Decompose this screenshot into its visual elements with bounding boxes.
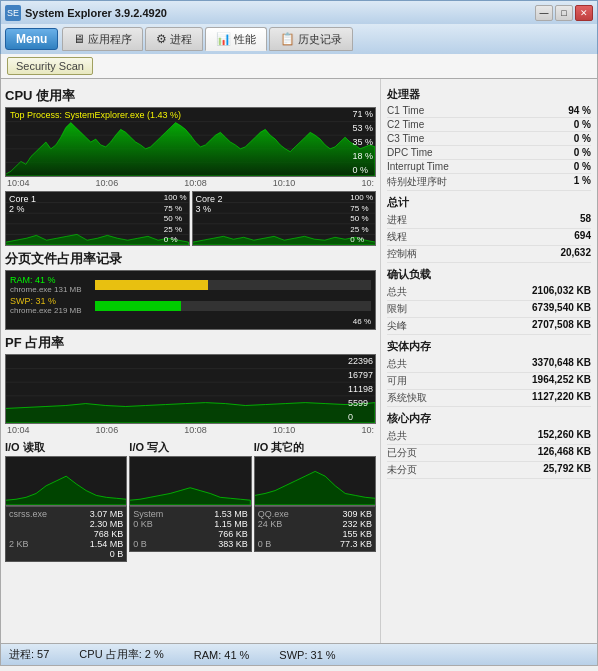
paging-percent-labels: 46 % (10, 317, 371, 326)
kernel-row-1: 已分页 126,468 KB (387, 445, 591, 462)
total-row-0: 进程 58 (387, 212, 591, 229)
io-write-info: System 1.53 MB 0 KB 1.15 MB 766 KB 0 B 3… (129, 506, 251, 552)
io-other-row1: QQ.exe 309 KB (258, 509, 372, 519)
physical-row-0: 总共 3370,648 KB (387, 356, 591, 373)
status-bar: 进程: 57 CPU 占用率: 2 % RAM: 41 % SWP: 31 % (0, 644, 598, 666)
io-read-block: I/O 读取 csrss.exe 3.07 MB 2.30 MB (5, 440, 127, 562)
total-section-title: 总计 (387, 195, 591, 210)
io-write-block: I/O 写入 System 1.53 MB 0 KB 1.15 MB (129, 440, 251, 562)
kernel-row-0: 总共 152,260 KB (387, 428, 591, 445)
io-read-row1: csrss.exe 3.07 MB (9, 509, 123, 519)
io-other-svg (255, 457, 375, 505)
io-other-row2: 24 KB 232 KB (258, 519, 372, 529)
io-read-svg (6, 457, 126, 505)
tab-history[interactable]: 📋 历史记录 (269, 27, 353, 51)
processor-section-title: 处理器 (387, 87, 591, 102)
io-other-block: I/O 其它的 QQ.exe 309 KB 24 KB 232 KB (254, 440, 376, 562)
maximize-button[interactable]: □ (555, 5, 573, 21)
title-bar: SE System Explorer 3.9.2.4920 — □ ✕ (0, 0, 598, 24)
core2-chart: Core 23 % 100 % 75 % 50 % 25 % (192, 191, 377, 246)
core-charts: Core 12 % 100 % 75 % 50 % 25 % (5, 191, 376, 246)
io-read-row5: 0 B (9, 549, 123, 559)
processor-row-1: C2 Time 0 % (387, 118, 591, 132)
processor-row-0: C1 Time 94 % (387, 104, 591, 118)
kernel-row-2: 未分页 25,792 KB (387, 462, 591, 479)
total-row-1: 线程 694 (387, 229, 591, 246)
swp-bar-row: SWP: 31 % chrome.exe 219 MB (10, 296, 371, 315)
ram-bar-track (95, 280, 371, 290)
io-write-row1: System 1.53 MB (133, 509, 247, 519)
io-other-chart (254, 456, 376, 506)
io-read-info: csrss.exe 3.07 MB 2.30 MB 768 KB 2 KB 1.… (5, 506, 127, 562)
paging-title: 分页文件占用率记录 (5, 250, 376, 268)
io-write-title: I/O 写入 (129, 440, 251, 455)
ram-bar-fill (95, 280, 208, 290)
io-write-row4: 0 B 383 KB (133, 539, 247, 549)
main-content: CPU 使用率 Top Process: SystemExplorer.exe … (0, 79, 598, 644)
apps-icon: 🖥 (73, 32, 85, 46)
minimize-button[interactable]: — (535, 5, 553, 21)
cpu-time-axis: 10:04 10:06 10:08 10:10 10: (5, 177, 376, 189)
io-read-chart (5, 456, 127, 506)
tab-process[interactable]: ⚙ 进程 (145, 27, 203, 51)
commit-section-title: 确认负载 (387, 267, 591, 282)
io-write-row3: 766 KB (133, 529, 247, 539)
status-processes: 进程: 57 (9, 647, 49, 662)
process-icon: ⚙ (156, 32, 167, 46)
pf-chart: 22396 16797 11198 5599 0 (5, 354, 376, 424)
window-controls: — □ ✕ (535, 5, 593, 21)
commit-row-0: 总共 2106,032 KB (387, 284, 591, 301)
io-read-title: I/O 读取 (5, 440, 127, 455)
cpu-section-title: CPU 使用率 (5, 87, 376, 105)
io-write-chart (129, 456, 251, 506)
ram-bar-row: RAM: 41 % chrome.exe 131 MB (10, 275, 371, 294)
security-scan-button[interactable]: Security Scan (7, 57, 93, 75)
processor-row-4: Interrupt Time 0 % (387, 160, 591, 174)
ram-label: RAM: 41 % chrome.exe 131 MB (10, 275, 95, 294)
io-read-row4: 2 KB 1.54 MB (9, 539, 123, 549)
security-scan-bar: Security Scan (0, 54, 598, 79)
pf-time-axis: 10:04 10:06 10:08 10:10 10: (5, 424, 376, 436)
swp-bar-track (95, 301, 371, 311)
cpu-chart: Top Process: SystemExplorer.exe (1.43 %)… (5, 107, 376, 177)
processor-row-3: DPC Time 0 % (387, 146, 591, 160)
menu-button[interactable]: Menu (5, 28, 58, 50)
history-icon: 📋 (280, 32, 295, 46)
tab-performance[interactable]: 📊 性能 (205, 27, 267, 51)
io-other-row4: 0 B 77.3 KB (258, 539, 372, 549)
paging-bars: RAM: 41 % chrome.exe 131 MB SWP: 31 % ch… (5, 270, 376, 330)
total-row-2: 控制柄 20,632 (387, 246, 591, 263)
processor-row-5: 特别处理序时 1 % (387, 174, 591, 191)
paging-section: 分页文件占用率记录 RAM: 41 % chrome.exe 131 MB SW (5, 250, 376, 330)
pf-title: PF 占用率 (5, 334, 376, 352)
pf-section: PF 占用率 22396 16797 11198 5599 0 (5, 334, 376, 436)
core2-percents: 100 % 75 % 50 % 25 % 0 % (350, 192, 373, 245)
pf-svg (6, 355, 375, 423)
core1-label: Core 12 % (9, 194, 36, 214)
core2-label: Core 23 % (196, 194, 223, 214)
kernel-section-title: 核心内存 (387, 411, 591, 426)
core1-chart: Core 12 % 100 % 75 % 50 % 25 % (5, 191, 190, 246)
swp-label: SWP: 31 % chrome.exe 219 MB (10, 296, 95, 315)
pf-percent-labels: 22396 16797 11198 5599 0 (348, 355, 373, 423)
commit-row-2: 尖峰 2707,508 KB (387, 318, 591, 335)
commit-row-1: 限制 6739,540 KB (387, 301, 591, 318)
cpu-chart-svg (6, 108, 375, 176)
cpu-percent-labels: 71 % 53 % 35 % 18 % 0 % (352, 108, 373, 176)
physical-section-title: 实体内存 (387, 339, 591, 354)
tab-apps[interactable]: 🖥 应用程序 (62, 27, 143, 51)
performance-icon: 📊 (216, 32, 231, 46)
physical-row-2: 系统快取 1127,220 KB (387, 390, 591, 407)
io-read-row3: 768 KB (9, 529, 123, 539)
io-other-title: I/O 其它的 (254, 440, 376, 455)
right-panel: 处理器 C1 Time 94 % C2 Time 0 % C3 Time 0 %… (381, 79, 597, 643)
io-other-row3: 155 KB (258, 529, 372, 539)
close-button[interactable]: ✕ (575, 5, 593, 21)
toolbar: Menu 🖥 应用程序 ⚙ 进程 📊 性能 📋 历史记录 (0, 24, 598, 54)
core1-percents: 100 % 75 % 50 % 25 % 0 % (164, 192, 187, 245)
io-other-info: QQ.exe 309 KB 24 KB 232 KB 155 KB 0 B 77… (254, 506, 376, 552)
app-icon: SE (5, 5, 21, 21)
left-panel: CPU 使用率 Top Process: SystemExplorer.exe … (1, 79, 381, 643)
tab-bar: 🖥 应用程序 ⚙ 进程 📊 性能 📋 历史记录 (62, 24, 593, 54)
io-write-row2: 0 KB 1.15 MB (133, 519, 247, 529)
